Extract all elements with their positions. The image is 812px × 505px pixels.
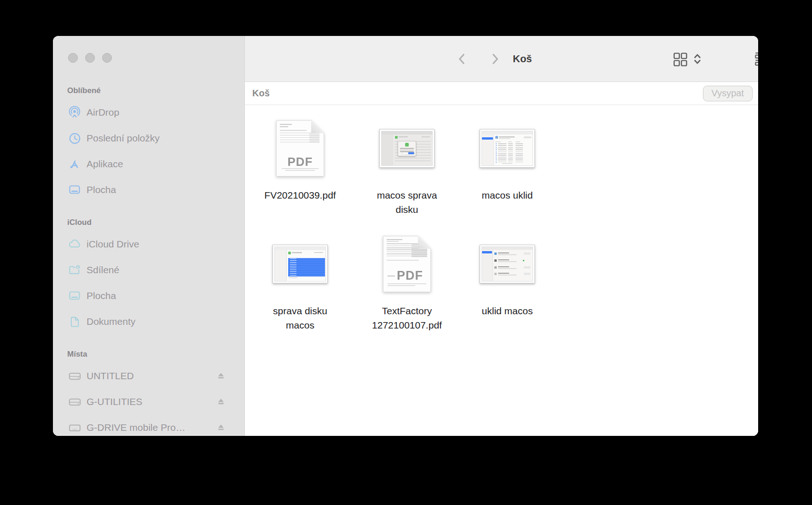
sidebar-item-label: Plocha <box>87 184 116 195</box>
close-button[interactable] <box>68 53 78 63</box>
sidebar-item-label: Plocha <box>87 290 116 301</box>
pdf-fold-corner <box>311 120 324 133</box>
section-header: iCloud <box>53 216 244 231</box>
file-item[interactable]: sprava disku macos <box>249 227 351 332</box>
pdf-icon: PDF <box>383 236 431 292</box>
sidebar-item-airdrop[interactable]: AirDrop <box>53 100 244 125</box>
file-name: FV20210039.pdf <box>260 188 341 202</box>
group-by-button[interactable] <box>754 51 758 67</box>
back-button[interactable] <box>454 51 470 67</box>
pdf-badge: PDF <box>397 269 423 283</box>
airdrop-icon <box>67 106 82 119</box>
screenshot-file-icon <box>457 112 558 185</box>
thumbnail-header-icon <box>495 136 498 139</box>
thumbnail-blue-selection <box>288 258 325 276</box>
file-name: macos uklid <box>467 188 548 202</box>
sidebar-item-g-utilities[interactable]: G-UTILITIES <box>53 389 244 415</box>
toolbar-title: Koš <box>513 53 532 65</box>
sidebar-list: Oblíbené AirDrop <box>53 36 244 436</box>
sidebar-section-icloud: iCloud iCloud Drive <box>53 216 244 335</box>
thumbnail-window <box>481 247 533 282</box>
sidebar-item-label: Poslední položky <box>87 133 160 144</box>
sidebar-item-label: iCloud Drive <box>87 239 139 250</box>
sidebar-item-label: UNTITLED <box>87 370 134 382</box>
sidebar-item-applications[interactable]: Aplikace <box>53 151 244 177</box>
internal-drive-icon <box>67 395 82 409</box>
file-grid: PDF FV20210039.pdf <box>245 105 758 436</box>
thumbnail-folder-icon <box>288 252 291 254</box>
empty-trash-button[interactable]: Vysypat <box>703 86 753 101</box>
sidebar-item-shared[interactable]: Sdílené <box>53 257 244 283</box>
pdf-badge: PDF <box>276 155 324 169</box>
eject-icon[interactable] <box>217 423 225 432</box>
sidebar-section-favorites: Oblíbené AirDrop <box>53 84 244 203</box>
thumbnail-window <box>381 131 433 166</box>
sidebar: Oblíbené AirDrop <box>53 36 245 436</box>
forward-button[interactable] <box>487 51 503 67</box>
file-thumbnail <box>273 245 328 283</box>
sidebar-item-label: G-DRIVE mobile Pro… <box>87 422 186 433</box>
desktop-icon <box>67 183 82 197</box>
file-thumbnail <box>480 245 535 283</box>
sidebar-item-untitled[interactable]: UNTITLED <box>53 363 244 389</box>
pdf-icon: PDF <box>276 120 324 176</box>
sidebar-item-label: Dokumenty <box>87 316 135 327</box>
sidebar-item-desktop-icloud[interactable]: Plocha <box>53 283 244 309</box>
sidebar-item-documents[interactable]: Dokumenty <box>53 309 244 335</box>
sidebar-item-label: AirDrop <box>87 107 119 118</box>
file-item[interactable]: PDF FV20210039.pdf <box>249 112 351 202</box>
sidebar-section-places: Místa UNTITLED <box>53 347 244 436</box>
minimize-button[interactable] <box>85 53 95 63</box>
thumbnail-window <box>274 247 326 282</box>
status-path-bar: Koš Vysypat <box>245 82 758 105</box>
appstore-icon <box>67 157 82 171</box>
thumbnail-sidebar-selection <box>482 251 492 253</box>
sidebar-item-label: Aplikace <box>87 159 123 170</box>
sidebar-item-g-drive-mobile-pro[interactable]: G-DRIVE mobile Pro… <box>53 415 244 436</box>
section-header: Oblíbené <box>53 84 244 100</box>
sidebar-item-label: G-UTILITIES <box>87 396 142 407</box>
sidebar-item-recents[interactable]: Poslední položky <box>53 125 244 151</box>
icon-view-button[interactable] <box>672 51 689 67</box>
sidebar-item-desktop[interactable]: Plocha <box>53 177 244 203</box>
thumbnail-window <box>481 131 533 166</box>
toolbar: Koš <box>245 36 758 82</box>
shared-folder-icon <box>67 263 82 277</box>
file-name: uklid macos <box>467 304 548 318</box>
screenshot-file-icon <box>457 227 558 301</box>
file-item[interactable]: PDF TextFactory 1272100107.pdf <box>356 227 458 332</box>
file-item[interactable]: macos uklid <box>457 112 558 202</box>
section-header: Místa <box>53 347 244 363</box>
file-item[interactable]: uklid macos <box>457 227 558 318</box>
view-updown-chevrons-icon[interactable] <box>692 52 702 66</box>
screenshot-file-icon <box>356 112 458 185</box>
file-item[interactable]: macos sprava disku <box>356 112 458 217</box>
eject-icon[interactable] <box>217 372 225 380</box>
eject-icon[interactable] <box>217 398 225 406</box>
window-controls <box>68 53 112 63</box>
file-name: sprava disku macos <box>260 304 341 332</box>
file-name: TextFactory 1272100107.pdf <box>367 304 447 332</box>
pdf-file-icon: PDF <box>356 227 458 301</box>
sidebar-item-icloud-drive[interactable]: iCloud Drive <box>53 231 244 257</box>
file-thumbnail <box>480 129 535 168</box>
file-thumbnail <box>379 129 435 168</box>
file-name: macos sprava disku <box>367 188 447 217</box>
finder-window: Oblíbené AirDrop <box>53 36 758 436</box>
external-drive-icon <box>67 421 82 435</box>
pdf-fold-corner <box>418 236 431 249</box>
cloud-icon <box>67 237 82 251</box>
screenshot-file-icon <box>249 227 351 301</box>
desktop-icon <box>67 289 82 303</box>
main-panel: Koš <box>245 36 758 436</box>
document-icon <box>67 315 82 329</box>
location-label: Koš <box>252 88 703 99</box>
thumbnail-dialog-text <box>400 148 414 152</box>
clock-icon <box>67 131 82 145</box>
pdf-file-icon: PDF <box>249 112 351 185</box>
internal-drive-icon <box>67 369 82 383</box>
thumbnail-sidebar-selection <box>482 137 493 140</box>
thumbnail-dialog-buttons <box>402 152 414 154</box>
thumbnail-folder-icon <box>395 136 398 139</box>
zoom-button[interactable] <box>102 53 112 63</box>
